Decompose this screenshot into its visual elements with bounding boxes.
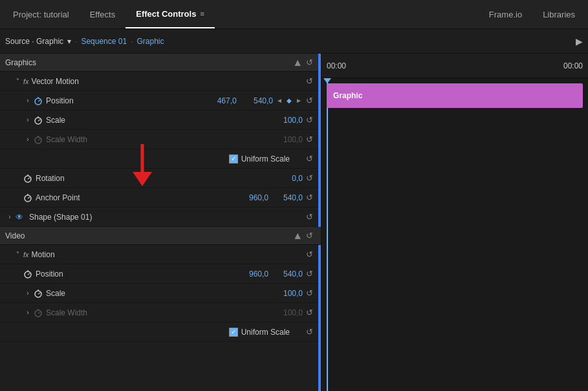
video-position-row: Position 960,0 540,0 ↺ xyxy=(0,264,321,284)
video-reset[interactable]: ↺ xyxy=(303,231,316,240)
graphics-label: Graphics xyxy=(5,58,36,67)
anchor-point-x[interactable]: 960,0 xyxy=(239,193,268,202)
scale-width-label: Scale Width xyxy=(46,135,274,144)
video-scroll-up[interactable]: ▲ xyxy=(292,230,303,242)
anchor-point-label: Anchor Point xyxy=(36,193,239,202)
shape-expand[interactable]: › xyxy=(5,213,14,222)
timecode-end: 00:00 xyxy=(563,61,583,70)
motion-row: ˅ fx Motion ↺ xyxy=(0,245,321,264)
play-button[interactable]: ▶ xyxy=(576,36,583,47)
vid-position-stopwatch-icon[interactable] xyxy=(23,269,32,279)
vid-position-y[interactable]: 540,0 xyxy=(274,269,303,279)
video-uniform-scale-row: ✓ Uniform Scale ↺ xyxy=(0,322,321,342)
source-label: Source · Graphic xyxy=(5,37,63,46)
scale-label: Scale xyxy=(46,116,274,125)
video-fx-badge: fx xyxy=(23,251,29,259)
vid-scale-label: Scale xyxy=(46,289,274,298)
vid-scale-width-expand[interactable]: › xyxy=(23,308,32,317)
video-uniform-scale-checkbox-group: ✓ Uniform Scale xyxy=(229,328,290,337)
anchor-point-y[interactable]: 540,0 xyxy=(274,193,303,202)
scale-stopwatch-icon[interactable] xyxy=(34,116,43,125)
tab-menu-icon[interactable]: ≡ xyxy=(200,10,204,17)
tab-frameio[interactable]: Frame.io xyxy=(479,0,532,28)
motion-label: Motion xyxy=(32,250,303,259)
video-uniform-scale-reset[interactable]: ↺ xyxy=(303,327,316,337)
next-keyframe-btn[interactable]: ► xyxy=(295,97,303,104)
uniform-scale-label: Uniform Scale xyxy=(241,154,290,164)
tab-effects[interactable]: Effects xyxy=(80,0,126,28)
timeline-area[interactable]: Graphic xyxy=(321,78,588,391)
keyframe-btn[interactable]: ◆ xyxy=(285,97,293,104)
right-panel: 00:00 00:00 Graphic xyxy=(321,54,588,391)
vid-scale-value[interactable]: 100,0 xyxy=(274,289,303,298)
position-row: › Position 467,0 540,0 ◄ ◆ ► ↺ xyxy=(0,91,321,111)
anchor-point-reset[interactable]: ↺ xyxy=(303,193,316,202)
scale-value[interactable]: 100,0 xyxy=(274,116,303,125)
scale-expand[interactable]: › xyxy=(23,116,32,125)
rotation-row: Rotation 0,0 ↺ xyxy=(0,169,321,188)
vid-scale-reset[interactable]: ↺ xyxy=(303,288,316,298)
shape-visibility-icon[interactable]: 👁 xyxy=(16,213,26,222)
position-reset[interactable]: ↺ xyxy=(303,96,316,105)
uniform-scale-row: ✓ Uniform Scale ↺ xyxy=(0,149,321,169)
prev-keyframe-btn[interactable]: ◄ xyxy=(276,97,283,104)
vid-scale-expand[interactable]: › xyxy=(23,289,32,298)
scale-width-row: › Scale Width 100,0 ↺ xyxy=(0,130,321,149)
source-dropdown[interactable]: ▾ xyxy=(67,37,71,46)
position-value-x[interactable]: 467,0 xyxy=(208,96,237,105)
tab-libraries[interactable]: Libraries xyxy=(532,0,585,28)
vid-position-x[interactable]: 960,0 xyxy=(239,269,268,279)
graphics-scroll-up[interactable]: ▲ xyxy=(292,57,303,69)
scale-reset[interactable]: ↺ xyxy=(303,115,316,125)
sequence-link[interactable]: Sequence 01 xyxy=(81,37,127,46)
svg-line-10 xyxy=(38,139,40,140)
position-stopwatch-icon[interactable] xyxy=(34,96,43,105)
main-layout: Graphics ▲ ↺ ˅ fx Vector Motion ↺ › Posi… xyxy=(0,54,588,391)
source-separator: · xyxy=(75,37,77,46)
tab-effect-controls[interactable]: Effect Controls ≡ xyxy=(125,0,215,28)
clip-link[interactable]: Graphic xyxy=(136,37,164,46)
shape-label: Shape (Shape 01) xyxy=(29,213,303,222)
vid-position-label: Position xyxy=(36,269,239,279)
vector-motion-expand[interactable]: ˅ xyxy=(13,77,22,86)
uniform-scale-checkbox[interactable]: ✓ xyxy=(229,154,238,164)
vector-motion-reset[interactable]: ↺ xyxy=(303,76,316,86)
graphics-reset[interactable]: ↺ xyxy=(303,58,316,67)
svg-line-16 xyxy=(28,197,30,198)
rotation-reset[interactable]: ↺ xyxy=(303,173,316,183)
fx-badge: fx xyxy=(23,78,29,85)
svg-line-25 xyxy=(38,312,40,313)
source-separator2: · xyxy=(131,37,133,46)
vector-motion-label: Vector Motion xyxy=(32,77,303,86)
vid-position-reset[interactable]: ↺ xyxy=(303,269,316,279)
vid-scale-width-reset[interactable]: ↺ xyxy=(303,308,316,317)
graphic-clip[interactable]: Graphic xyxy=(327,83,583,108)
rotation-value[interactable]: 0,0 xyxy=(274,174,303,183)
motion-expand[interactable]: ˅ xyxy=(13,250,22,259)
svg-line-22 xyxy=(38,293,40,294)
anchor-stopwatch-icon[interactable] xyxy=(23,193,32,202)
uniform-scale-reset[interactable]: ↺ xyxy=(303,154,316,164)
video-uniform-scale-checkbox[interactable]: ✓ xyxy=(229,328,238,337)
svg-line-19 xyxy=(28,273,30,275)
anchor-point-row: Anchor Point 960,0 540,0 ↺ xyxy=(0,188,321,207)
scale-width-stopwatch-icon xyxy=(34,135,43,144)
position-expand[interactable]: › xyxy=(23,96,32,105)
motion-reset[interactable]: ↺ xyxy=(303,249,316,259)
video-scale-row: › Scale 100,0 ↺ xyxy=(0,284,321,303)
vid-scale-stopwatch-icon[interactable] xyxy=(34,289,43,298)
position-value-y[interactable]: 540,0 xyxy=(244,96,273,105)
video-scale-width-row: › Scale Width 100,0 ↺ xyxy=(0,303,321,322)
vid-scale-width-stopwatch-icon xyxy=(34,308,43,317)
rotation-label: Rotation xyxy=(36,174,274,183)
scale-row: › Scale 100,0 ↺ xyxy=(0,111,321,130)
scale-width-reset[interactable]: ↺ xyxy=(303,134,316,144)
tab-project[interactable]: Project: tutorial xyxy=(3,0,80,28)
playhead xyxy=(327,78,328,391)
scale-width-expand[interactable]: › xyxy=(23,135,32,144)
vid-scale-width-value: 100,0 xyxy=(274,308,303,317)
rotation-stopwatch-icon[interactable] xyxy=(23,174,32,183)
shape-reset[interactable]: ↺ xyxy=(303,212,316,222)
scale-width-value: 100,0 xyxy=(274,135,303,144)
uniform-scale-checkbox-group: ✓ Uniform Scale xyxy=(229,154,290,164)
